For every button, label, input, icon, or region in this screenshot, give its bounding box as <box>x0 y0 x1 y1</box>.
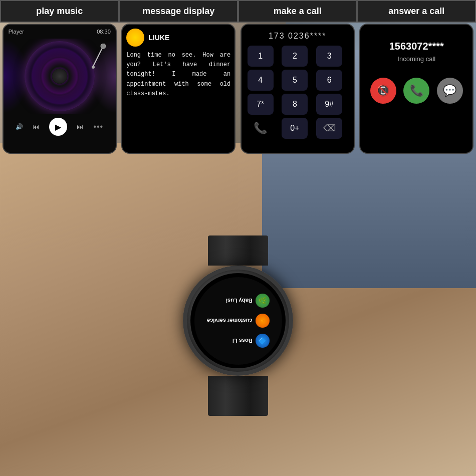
watch-screen: Baby Lusi 🌿 customer service 🔸 Boss Li <box>194 277 282 365</box>
music-label: play music <box>0 0 119 23</box>
watch-contact-2: customer service 🔸 <box>199 314 277 328</box>
message-avatar <box>126 29 144 47</box>
dial-key-9hash[interactable]: 9# <box>316 94 342 115</box>
dial-key-4[interactable]: 4 <box>248 70 274 91</box>
volume-icon[interactable]: 🔊 <box>16 123 23 130</box>
svg-point-1 <box>101 44 106 49</box>
music-needle <box>86 44 106 74</box>
message-sender: LIUKE <box>148 34 169 42</box>
svg-line-0 <box>93 46 103 66</box>
music-controls[interactable]: 🔊 ⏮ ▶ ⏭ ••• <box>4 114 116 140</box>
play-button[interactable]: ▶ <box>49 118 67 136</box>
accept-icon: 📞 <box>410 84 423 97</box>
dial-key-7star[interactable]: 7* <box>248 94 274 115</box>
prev-button[interactable]: ⏮ <box>33 123 40 131</box>
message-reply-button[interactable]: 💬 <box>437 78 463 104</box>
call-icon: 📞 <box>254 122 267 135</box>
message-label: message display <box>119 0 239 23</box>
watch-face-inner: Baby Lusi 🌿 customer service 🔸 Boss Li <box>190 273 286 368</box>
music-time: 08:30 <box>97 29 111 35</box>
music-panel-section: play music Player 08:30 <box>0 0 119 155</box>
message-screen: LIUKE Long time no see. How are you? Let… <box>121 24 235 154</box>
player-text: Player <box>9 29 24 35</box>
album-vinyl <box>25 41 95 111</box>
dial-backspace-button[interactable]: ⌫ <box>316 118 342 139</box>
dial-call-button[interactable]: 📞 <box>248 118 274 139</box>
incoming-status: Incoming call <box>366 55 466 63</box>
message-header: LIUKE <box>126 29 230 47</box>
dial-key-6[interactable]: 6 <box>316 70 342 91</box>
svg-point-2 <box>92 66 95 69</box>
contact-name-3: Boss Li <box>232 338 253 344</box>
answer-screen: 1563072**** Incoming call 📵 📞 💬 <box>359 24 473 154</box>
feature-panels-row: play music Player 08:30 <box>0 0 476 155</box>
contact-name-2: customer service <box>207 318 253 324</box>
dial-grid: 1 2 3 4 5 6 7* 8 9# 📞 0+ ⌫ <box>246 44 350 141</box>
call-label: make a call <box>238 0 357 23</box>
watch-band-bottom <box>208 376 268 416</box>
dial-key-8[interactable]: 8 <box>282 94 308 115</box>
answer-label: answer a call <box>357 0 477 23</box>
dial-key-2[interactable]: 2 <box>282 46 308 67</box>
watch-contact-3: Boss Li 🔷 <box>199 334 277 348</box>
dial-key-3[interactable]: 3 <box>316 46 342 67</box>
message-body: Long time no see. How are you? Let's hav… <box>126 51 230 99</box>
dial-key-5[interactable]: 5 <box>282 70 308 91</box>
contact-avatar-3: 🔷 <box>256 334 270 348</box>
smartwatch: Baby Lusi 🌿 customer service 🔸 Boss Li <box>183 235 293 416</box>
vinyl-center <box>52 69 67 84</box>
avatar-symbol-3: 🔷 <box>258 337 267 345</box>
contact-name-1: Baby Lusi <box>226 298 253 304</box>
music-screen: Player 08:30 <box>3 24 117 154</box>
contact-avatar-1: 🌿 <box>256 294 270 308</box>
watch-face-outer: Baby Lusi 🌿 customer service 🔸 Boss Li <box>183 266 293 376</box>
more-button[interactable]: ••• <box>93 122 103 131</box>
music-header: Player 08:30 <box>4 25 116 39</box>
watch-contact-1: Baby Lusi 🌿 <box>199 294 277 308</box>
avatar-symbol-1: 🌿 <box>258 297 267 305</box>
accept-button[interactable]: 📞 <box>403 78 429 104</box>
contact-avatar-2: 🔸 <box>256 314 270 328</box>
dial-number-display: 173 0236**** <box>246 29 350 44</box>
message-reply-icon: 💬 <box>443 84 456 97</box>
answer-panel-section: answer a call 1563072**** Incoming call … <box>357 0 477 155</box>
message-panel-section: message display LIUKE Long time no see. … <box>119 0 239 155</box>
avatar-symbol-2: 🔸 <box>258 317 267 325</box>
music-album-area <box>4 39 116 114</box>
answer-actions: 📵 📞 💬 <box>366 78 466 104</box>
dial-screen: 173 0236**** 1 2 3 4 5 6 7* 8 9# 📞 0+ ⌫ <box>241 24 355 154</box>
watch-band-top <box>208 235 268 266</box>
dial-key-1[interactable]: 1 <box>248 46 274 67</box>
decline-button[interactable]: 📵 <box>370 78 396 104</box>
next-button[interactable]: ⏭ <box>77 123 84 131</box>
incoming-number: 1563072**** <box>366 41 466 52</box>
dial-key-0[interactable]: 0+ <box>282 118 308 139</box>
call-panel-section: make a call 173 0236**** 1 2 3 4 5 6 7* … <box>238 0 357 155</box>
decline-icon: 📵 <box>376 84 390 97</box>
